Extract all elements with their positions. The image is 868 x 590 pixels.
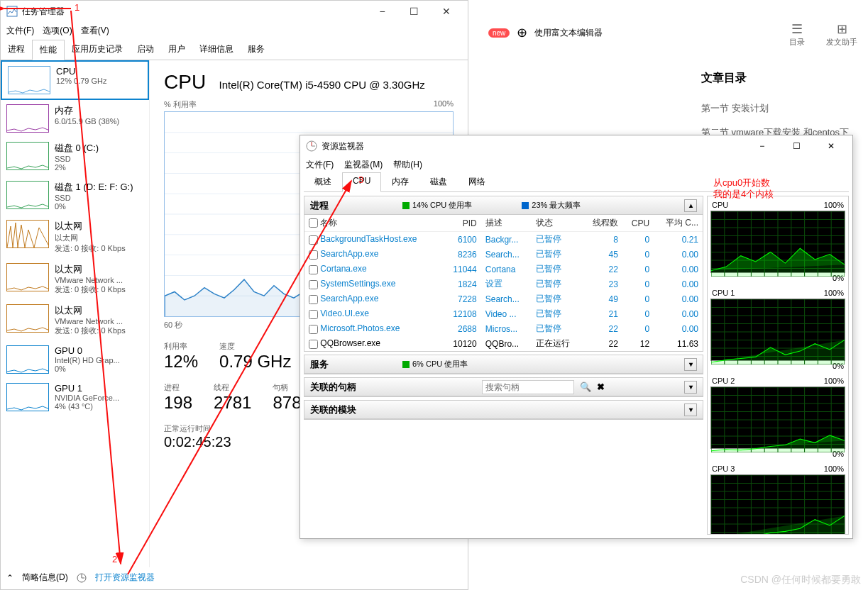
menu-help[interactable]: 帮助(H) — [393, 159, 422, 171]
tab-cpu[interactable]: CPU — [342, 172, 381, 192]
util-label: % 利用率 — [164, 99, 197, 110]
bg-rich-editor[interactable]: 使用富文本编辑器 — [534, 27, 603, 39]
tab-overview[interactable]: 概述 — [304, 172, 342, 191]
menu-file[interactable]: 文件(F) — [6, 25, 34, 37]
table-row[interactable]: Cortana.exe11044Cortana已暂停2200.00 — [304, 262, 703, 277]
rm-menubar: 文件(F) 监视器(M) 帮助(H) — [300, 157, 852, 172]
tm-footer: ⌃ 简略信息(D) 打开资源监视器 — [6, 572, 155, 584]
minimize-button[interactable]: − — [746, 135, 778, 157]
search-icon[interactable]: 🔍 — [580, 382, 591, 392]
process-section: 进程 14% CPU 使用率 23% 最大频率 ▴ 名称 PID 描述 状态 线… — [304, 196, 703, 352]
cpu-core-0: CPU100%0% — [710, 199, 845, 283]
sidebar-item-[interactable]: 以太网以太网发送: 0 接收: 0 Kbps — [1, 216, 149, 259]
table-row[interactable]: BackgroundTaskHost.exe6100Backgr...已暂停80… — [304, 232, 703, 247]
sidebar-item-[interactable]: 以太网VMware Network ...发送: 0 接收: 0 Kbps — [1, 259, 149, 300]
resource-monitor-window: 资源监视器 − ☐ ✕ 文件(F) 监视器(M) 帮助(H) 概述 CPU 内存… — [300, 135, 853, 539]
tab-apphistory[interactable]: 应用历史记录 — [65, 40, 130, 60]
sidebar-item-gpu0[interactable]: GPU 0Intel(R) HD Grap...0% — [1, 341, 149, 379]
select-all-checkbox[interactable] — [309, 218, 318, 228]
close-button[interactable]: ✕ — [815, 135, 847, 157]
maximize-button[interactable]: ☐ — [398, 1, 430, 22]
bg-right-icons: ☰目录 ⊞发文助手 — [789, 21, 857, 48]
less-info-link[interactable]: 简略信息(D) — [22, 572, 68, 584]
table-row[interactable]: SearchApp.exe8236Search...已暂停4500.00 — [304, 247, 703, 262]
services-section: 服务 6% CPU 使用率 ▾ — [304, 355, 703, 374]
sidebar-item-0c[interactable]: 磁盘 0 (C:)SSD2% — [1, 138, 149, 177]
clear-icon[interactable]: ✖ — [597, 382, 605, 392]
table-row[interactable]: QQBrowser.exe10120QQBro...正在运行221211.63 — [304, 336, 703, 351]
cpu-core-3: CPU 3100%0% — [710, 463, 845, 535]
table-row[interactable]: SystemSettings.exe1824设置已暂停2300.00 — [304, 277, 703, 291]
chevron-down-icon[interactable]: ▾ — [684, 381, 697, 394]
table-row[interactable]: Microsoft.Photos.exe2688Micros...已暂停2200… — [304, 321, 703, 336]
sidebar-item-[interactable]: 以太网VMware Network ...发送: 0 接收: 0 Kbps — [1, 300, 149, 341]
tab-network[interactable]: 网络 — [458, 172, 496, 191]
stat-speed: 0.79 GHz — [219, 352, 291, 372]
watermark: CSDN @任何时候都要勇敢 — [740, 574, 861, 586]
stat-threads: 2781 — [214, 393, 251, 413]
modules-section: 关联的模块 ▾ — [304, 400, 703, 420]
section-title: 进程 — [310, 199, 402, 212]
taskmgr-icon — [6, 6, 18, 17]
search-handles-input[interactable] — [482, 380, 574, 394]
util-max: 100% — [434, 99, 454, 110]
chevron-up-icon[interactable]: ⌃ — [6, 573, 13, 583]
titlebar[interactable]: 任务管理器 − ☐ ✕ — [1, 1, 468, 22]
stat-util: 12% — [164, 352, 198, 372]
handles-section: 关联的句柄 🔍 ✖ ▾ — [304, 377, 703, 397]
rm-title: 资源监视器 — [322, 140, 746, 152]
resmon-icon — [77, 573, 87, 583]
menu-monitor[interactable]: 监视器(M) — [344, 159, 383, 171]
resmon-icon — [306, 140, 317, 152]
sidebar-item-[interactable]: 内存6.0/15.9 GB (38%) — [1, 100, 149, 138]
tab-memory[interactable]: 内存 — [381, 172, 419, 191]
rm-tabs: 概述 CPU 内存 磁盘 网络 — [304, 172, 849, 192]
chevron-up-icon[interactable]: ▴ — [684, 199, 697, 212]
tab-users[interactable]: 用户 — [161, 40, 192, 60]
tab-services[interactable]: 服务 — [241, 40, 272, 60]
cpu-core-2: CPU 2100%0% — [710, 375, 845, 459]
minimize-button[interactable]: − — [366, 1, 398, 22]
tab-performance[interactable]: 性能 — [32, 40, 65, 60]
tab-startup[interactable]: 启动 — [130, 40, 161, 60]
toc-item[interactable]: 第一节 安装计划 — [701, 96, 854, 121]
tab-processes[interactable]: 进程 — [1, 40, 32, 60]
menu-file[interactable]: 文件(F) — [306, 159, 334, 171]
chevron-down-icon[interactable]: ▾ — [684, 403, 697, 416]
rm-titlebar[interactable]: 资源监视器 − ☐ ✕ — [300, 135, 852, 157]
cpu-cores-panel: CPU100%0%CPU 1100%0%CPU 2100%0%CPU 3100%… — [707, 196, 849, 535]
menu-icon[interactable]: ☰目录 — [789, 21, 805, 48]
publish-icon[interactable]: ⊞发文助手 — [826, 21, 857, 48]
table-row[interactable]: SearchApp.exe7228Search...已暂停4900.00 — [304, 291, 703, 306]
perf-sidebar: CPU12% 0.79 GHz内存6.0/15.9 GB (38%)磁盘 0 (… — [1, 60, 150, 567]
maximize-button[interactable]: ☐ — [781, 135, 813, 157]
close-button[interactable]: ✕ — [430, 1, 462, 22]
window-title: 任务管理器 — [22, 6, 366, 18]
new-badge: new — [488, 28, 510, 38]
process-table: 名称 PID 描述 状态 线程数 CPU 平均 C... BackgroundT… — [304, 215, 703, 351]
open-resmon-link[interactable]: 打开资源监视器 — [95, 572, 155, 584]
sidebar-item-cpu[interactable]: CPU12% 0.79 GHz — [1, 60, 149, 100]
menu-view[interactable]: 查看(V) — [81, 25, 109, 37]
tabs: 进程 性能 应用历史记录 启动 用户 详细信息 服务 — [1, 40, 468, 60]
sidebar-item-gpu1[interactable]: GPU 1NVIDIA GeForce...4% (43 °C) — [1, 379, 149, 416]
cpu-model: Intel(R) Core(TM) i5-4590 CPU @ 3.30GHz — [219, 79, 424, 91]
table-row[interactable]: Video.UI.exe12108Video ...已暂停2100.00 — [304, 306, 703, 321]
chevron-down-icon[interactable]: ▾ — [684, 358, 697, 371]
tab-disk[interactable]: 磁盘 — [419, 172, 458, 191]
toc-title: 文章目录 — [701, 71, 854, 86]
tab-details[interactable]: 详细信息 — [192, 40, 241, 60]
sidebar-item-1defg[interactable]: 磁盘 1 (D: E: F: G:)SSD0% — [1, 177, 149, 216]
cpu-core-1: CPU 1100%0% — [710, 287, 845, 371]
menu-options[interactable]: 选项(O) — [43, 25, 72, 37]
stat-proc: 198 — [164, 393, 192, 413]
cpu-title: CPU — [164, 71, 206, 94]
menubar: 文件(F) 选项(O) 查看(V) — [1, 22, 468, 40]
